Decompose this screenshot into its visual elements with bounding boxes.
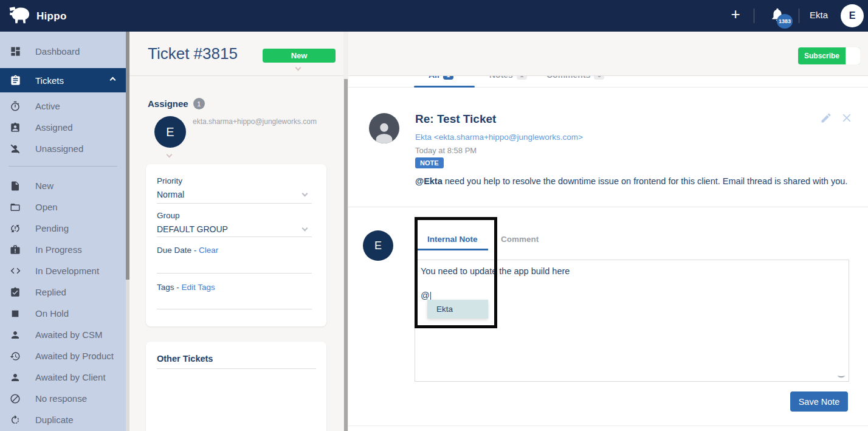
sidebar-item-label: In Progress	[35, 244, 82, 255]
message-timestamp: Today at 8:58 PM	[415, 146, 477, 155]
section-divider	[348, 207, 868, 207]
composer-avatar: E	[363, 230, 393, 261]
group-chevron-down-icon[interactable]	[302, 226, 308, 232]
sync-problem-icon	[9, 222, 21, 235]
block-icon	[9, 393, 21, 405]
sidebar-item-pending[interactable]: Pending	[0, 218, 126, 239]
sidebar-item-label: Awaited by CSM	[35, 329, 103, 340]
assignee-avatar[interactable]: E	[154, 116, 186, 148]
chevron-up-icon	[110, 77, 116, 83]
assigned-person-icon	[9, 122, 21, 134]
subscribe-toggle-knob[interactable]	[846, 47, 860, 64]
sidebar-item-label: Open	[35, 202, 58, 212]
due-date-clear-link[interactable]: Clear	[199, 246, 218, 255]
sidebar-scrollbar-thumb[interactable]	[126, 32, 129, 280]
message-title: Re: Test Ticket	[415, 112, 496, 126]
sidebar-item-in-progress[interactable]: In Progress	[0, 239, 126, 260]
other-tickets-divider	[157, 368, 316, 369]
sidebar-item-dashboard[interactable]: Dashboard	[0, 39, 126, 63]
pencil-icon	[820, 112, 832, 124]
assignee-count-badge: 1	[193, 98, 205, 109]
ticket-status-button[interactable]: New	[263, 49, 336, 63]
sidebar-item-label: Unassigned	[35, 143, 83, 154]
sidebar-item-replied[interactable]: Replied	[0, 281, 126, 303]
other-tickets-title: Other Tickets	[157, 354, 213, 364]
brand-name: Hippo	[36, 10, 67, 22]
sidebar-item-no-response[interactable]: No response	[0, 388, 126, 409]
sidebar-item-in-development[interactable]: In Development	[0, 260, 126, 281]
status-chevron-down-icon[interactable]	[295, 65, 301, 71]
sidebar-item-label: Assigned	[35, 122, 73, 133]
message-sender[interactable]: Ekta <ekta.sharma+hippo@jungleworks.com>	[415, 133, 583, 142]
sidebar-item-label: On Hold	[35, 308, 69, 319]
edit-tags-link[interactable]: Edit Tags	[182, 283, 215, 292]
sidebar-divider	[9, 166, 117, 167]
tickets-icon	[9, 74, 21, 86]
sidebar-item-awaited-by-product[interactable]: Awaited by Product	[0, 345, 126, 367]
composer-active-tab-underline	[418, 249, 488, 250]
note-text-line1: You need to update the app build here	[421, 266, 570, 276]
due-date-label: Due Date -	[157, 246, 196, 255]
active-tab-underline	[414, 86, 475, 88]
assignee-chevron-down-icon[interactable]	[167, 152, 173, 158]
save-note-button[interactable]: Save Note	[790, 391, 848, 412]
panel-scrollbar-thumb[interactable]	[344, 79, 348, 431]
stop-square-icon	[9, 308, 21, 320]
clipboard-check-icon	[9, 286, 21, 298]
priority-label: Priority	[157, 176, 182, 185]
code-icon	[9, 265, 21, 277]
note-type-badge: NOTE	[415, 157, 444, 168]
hippo-logo-icon	[9, 5, 32, 27]
sidebar-item-duplicate[interactable]: Duplicate	[0, 409, 126, 430]
subscribe-toggle[interactable]: Subscribe	[798, 47, 860, 64]
group-value[interactable]: DEFAULT GROUP	[157, 224, 228, 234]
priority-value[interactable]: Normal	[157, 190, 184, 199]
field-divider	[157, 203, 312, 204]
edit-message-button[interactable]	[820, 112, 833, 125]
top-navbar: Hippo + 1383 Ekta E	[0, 0, 868, 32]
other-tickets-card: Other Tickets	[146, 342, 326, 431]
assignee-label: Assignee	[148, 98, 188, 109]
field-divider	[157, 309, 312, 309]
priority-chevron-down-icon[interactable]	[302, 191, 308, 197]
brand[interactable]: Hippo	[9, 5, 67, 27]
sidebar-item-open[interactable]: Open	[0, 196, 126, 218]
person-off-icon	[9, 143, 21, 155]
ticket-header: Ticket #3815 New	[129, 32, 343, 76]
tab-comment[interactable]: Comment	[501, 235, 539, 244]
sidebar-item-tickets[interactable]: Tickets	[0, 68, 126, 92]
username[interactable]: Ekta	[810, 10, 828, 20]
thread-header: Subscribe	[348, 32, 868, 76]
notifications-button[interactable]: 1383	[770, 7, 796, 27]
sidebar-item-label: Pending	[35, 223, 69, 233]
folder-icon	[9, 201, 21, 213]
sidebar-item-label: In Development	[35, 266, 99, 276]
mention-suggestion-item[interactable]: Ekta	[427, 300, 488, 319]
sidebar-item-awaited-by-client[interactable]: Awaited by Client	[0, 367, 126, 388]
field-divider	[157, 273, 312, 274]
ticket-fields-card: Priority Normal Group DEFAULT GROUP Due …	[146, 164, 326, 326]
nav-divider	[799, 9, 799, 23]
note-text-area[interactable]: You need to update the app build here @	[415, 260, 849, 382]
resize-handle-icon[interactable]	[838, 373, 845, 378]
tab-internal-note[interactable]: Internal Note	[427, 235, 478, 244]
message-body: @Ekta need you help to resolve the downt…	[415, 175, 859, 187]
sidebar-item-unassigned[interactable]: Unassigned	[0, 138, 126, 159]
briefcase-alert-icon	[9, 244, 21, 256]
sidebar-item-label: New	[35, 181, 53, 191]
sidebar-item-active[interactable]: Active	[0, 95, 126, 117]
person-icon	[9, 329, 21, 341]
field-divider	[157, 236, 312, 237]
user-avatar[interactable]: E	[841, 4, 864, 27]
sidebar-item-assigned[interactable]: Assigned	[0, 117, 126, 138]
panel-scrollbar[interactable]	[343, 32, 348, 431]
add-icon[interactable]: +	[728, 5, 743, 24]
sidebar-item-on-hold[interactable]: On Hold	[0, 303, 126, 324]
sidebar-item-label: Replied	[35, 287, 66, 297]
close-message-button[interactable]	[841, 112, 854, 125]
sidebar-item-label: Awaited by Client	[35, 372, 106, 382]
sidebar-item-new[interactable]: New	[0, 175, 126, 196]
sidebar-item-awaited-by-csm[interactable]: Awaited by CSM	[0, 324, 126, 345]
sidebar-scrollbar[interactable]	[126, 32, 129, 431]
nav-divider	[754, 9, 754, 23]
